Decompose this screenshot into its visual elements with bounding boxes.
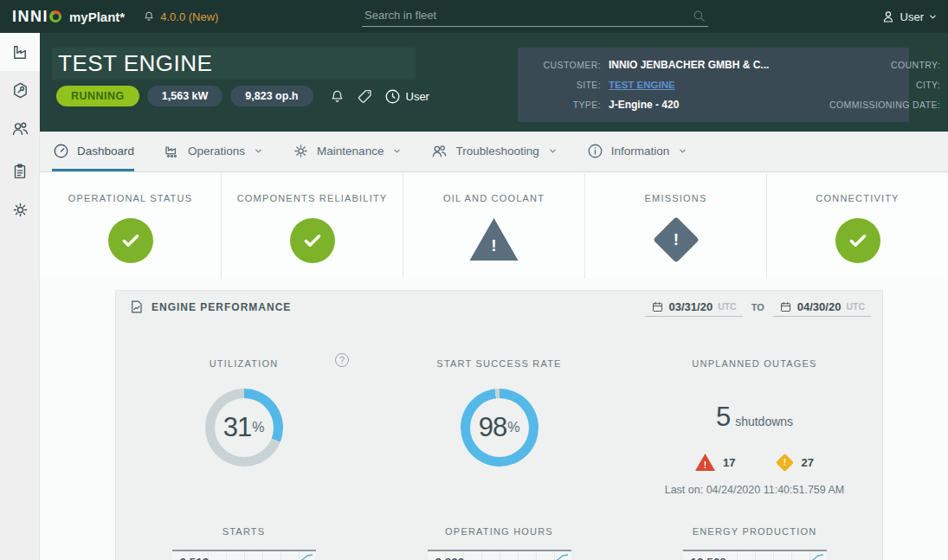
status-card-label: EMISSIONS (645, 193, 707, 203)
date-to-value: 04/30/20 (797, 300, 842, 313)
utilization-label: UTILIZATION (210, 358, 279, 369)
status-badge: RUNNING (56, 86, 139, 106)
search-icon[interactable] (692, 9, 706, 23)
date-from-utc: UTC (718, 301, 737, 312)
page-title: TEST ENGINE (58, 50, 212, 77)
start-success-label: START SUCCESS RATE (436, 358, 561, 369)
warning-diamond-icon (775, 453, 793, 471)
user-menu[interactable]: User (880, 0, 938, 33)
notification-bell-icon (142, 10, 156, 23)
sidebar-item-reports[interactable] (0, 152, 40, 190)
sidebar-item-service[interactable] (0, 71, 40, 109)
status-card-label: COMPONENTS RELIABILITY (237, 193, 388, 203)
check-circle-icon (108, 218, 153, 263)
date-from-field[interactable]: 03/31/20 UTC (645, 298, 743, 317)
tab-information[interactable]: Information (586, 132, 688, 171)
type-value: J-Engine - 420 (609, 99, 822, 111)
city-label: CITY: (829, 79, 940, 91)
gear-icon (10, 200, 30, 220)
asset-header: TEST ENGINE RUNNING 1,563 kW 9,823 op.h … (40, 33, 948, 132)
utilization-unit: % (252, 420, 264, 435)
search-input[interactable] (362, 4, 708, 27)
kpi-row: UTILIZATION ? 31 % START SUCCESS RATE 98… (116, 355, 882, 496)
check-circle-icon (835, 218, 880, 263)
chevron-down-icon (548, 146, 558, 156)
sparkline (259, 552, 313, 560)
alarm-count-group[interactable]: 17 (695, 454, 735, 471)
engine-performance-panel: ENGINE PERFORMANCE 03/31/20 UTC TO 04/30… (115, 290, 883, 560)
type-label: TYPE: (530, 99, 601, 111)
tab-operations-label: Operations (188, 145, 245, 158)
factory-icon (163, 142, 181, 160)
asset-info-card: CUSTOMER: INNIO JENBACHER GMBH & C... CO… (518, 48, 909, 122)
shutdown-unit: shutdowns (735, 415, 793, 428)
date-range-to-label: TO (751, 302, 764, 312)
sidebar-item-fleet[interactable] (0, 33, 40, 71)
status-card-label: CONNECTIVITY (816, 193, 899, 203)
tab-troubleshooting-label: Troubleshooting (455, 145, 538, 158)
left-sidebar (0, 33, 40, 560)
status-card-label: OIL AND COOLANT (443, 193, 545, 203)
status-card-components[interactable]: COMPONENTS RELIABILITY (222, 173, 403, 279)
warning-triangle-icon (470, 218, 519, 261)
gauge-icon (52, 142, 70, 160)
tab-dashboard[interactable]: Dashboard (52, 132, 134, 171)
section-nav: Dashboard Operations Maintenance Trouble… (40, 132, 948, 172)
warning-count-group[interactable]: 27 (776, 456, 814, 469)
commissioning-label: COMMISSIONING DATE: (829, 99, 940, 111)
date-range-picker: 03/31/20 UTC TO 04/30/20 UTC (645, 298, 871, 317)
shutdown-count: 5 (716, 402, 731, 432)
utilization-value: 31 (223, 412, 251, 443)
gear-icon (292, 142, 310, 160)
tab-operations[interactable]: Operations (163, 132, 263, 171)
performance-icon (128, 299, 145, 315)
status-card-label: OPERATIONAL STATUS (68, 193, 192, 203)
operating-hours-metric: OPERATING HOURS 9,820 (371, 523, 627, 560)
panel-title-label: ENGINE PERFORMANCE (152, 301, 291, 313)
status-card-connectivity[interactable]: CONNECTIVITY (767, 173, 948, 279)
user-menu-label: User (900, 10, 924, 23)
myplant-product-name: myPlant* (69, 10, 125, 24)
operating-hours-chart[interactable]: 9,820 (428, 550, 571, 560)
chevron-down-icon (254, 146, 263, 156)
status-card-oil-coolant[interactable]: OIL AND COOLANT (403, 173, 585, 279)
clipboard-icon (10, 162, 29, 181)
energy-production-metric: ENERGY PRODUCTION 12,568 (627, 523, 882, 560)
innio-logo-text: INNI (12, 8, 48, 26)
tab-troubleshooting[interactable]: Troubleshooting (430, 132, 557, 171)
metric-row: STARTS 2,519 OPERATING HOURS 9,820 ENERG… (116, 523, 882, 560)
panel-header: ENGINE PERFORMANCE 03/31/20 UTC TO 04/30… (116, 291, 882, 323)
date-to-field[interactable]: 04/30/20 UTC (773, 298, 871, 317)
starts-label: STARTS (222, 526, 266, 537)
version-badge[interactable]: 4.0.0 (New) (142, 10, 218, 23)
chevron-down-icon (928, 12, 938, 22)
status-card-operational[interactable]: OPERATIONAL STATUS (40, 173, 222, 279)
site-link[interactable]: TEST ENGINE (609, 80, 675, 90)
operating-hours-badge: 9,823 op.h (230, 86, 313, 106)
help-icon[interactable]: ? (335, 353, 349, 367)
warning-diamond-icon (653, 216, 700, 263)
start-success-kpi: START SUCCESS RATE 98 % (371, 355, 627, 496)
start-success-unit: % (507, 420, 519, 435)
alerts-bell-icon[interactable] (328, 87, 346, 106)
history-user[interactable]: User (384, 87, 429, 106)
service-hexagon-icon (10, 80, 30, 100)
starts-chart[interactable]: 2,519 (172, 550, 316, 560)
sparkline (514, 552, 568, 560)
warning-count: 27 (802, 456, 814, 469)
last-outage-timestamp: Last on: 04/24/2020 11:40:51.759 AM (627, 484, 882, 496)
tab-maintenance[interactable]: Maintenance (292, 132, 402, 171)
sidebar-item-settings[interactable] (0, 190, 40, 229)
alarm-count: 17 (723, 456, 735, 469)
innio-logo[interactable]: INNI (12, 8, 61, 26)
energy-production-chart[interactable]: 12,568 (683, 550, 827, 560)
status-card-emissions[interactable]: EMISSIONS (585, 173, 767, 279)
site-label: SITE: (530, 79, 601, 91)
customer-label: CUSTOMER: (530, 59, 601, 71)
tag-icon[interactable] (356, 87, 374, 106)
calendar-icon (779, 300, 792, 313)
date-to-utc: UTC (846, 301, 865, 312)
sidebar-item-customers[interactable] (0, 109, 40, 147)
users-icon (10, 119, 30, 138)
unplanned-outages-kpi: UNPLANNED OUTAGES 5shutdowns 17 27 Last … (627, 355, 882, 496)
